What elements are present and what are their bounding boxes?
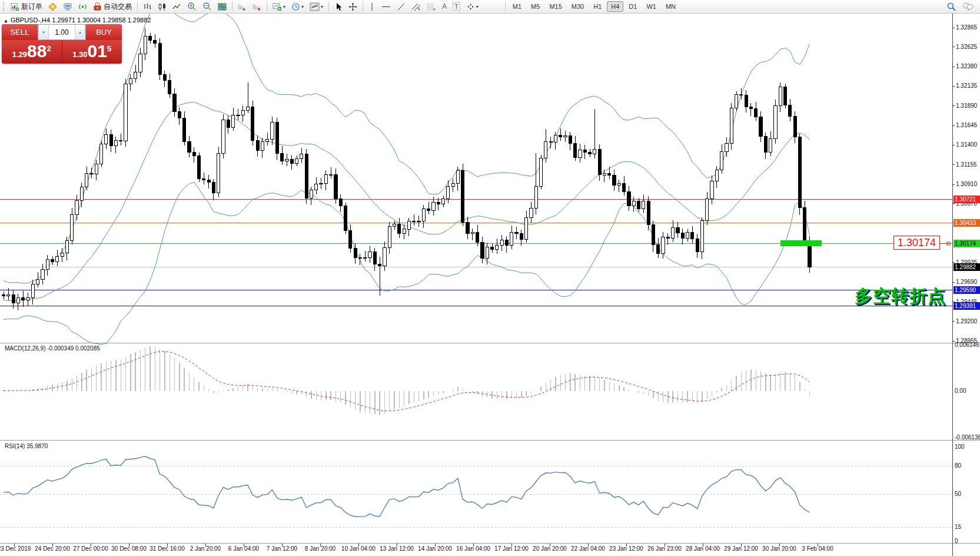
label-tool-button[interactable]: T xyxy=(450,0,463,13)
lot-decrease-button[interactable]: ▾ xyxy=(38,25,49,39)
autotrading-label: 自动交易 xyxy=(104,2,132,12)
trendline-icon xyxy=(397,2,406,11)
buy-button[interactable]: BUY xyxy=(86,24,122,40)
price-callout-box[interactable]: 1.30174 xyxy=(893,236,940,250)
search-icon xyxy=(946,2,956,12)
price-axis-tick: 1.32380 xyxy=(956,63,980,70)
price-axis-marker: 1.29882 xyxy=(954,263,980,271)
zoom-out-icon xyxy=(202,2,212,11)
indicators-icon xyxy=(310,2,320,11)
zoom-in-button[interactable] xyxy=(185,0,199,13)
new-order-label: 新订单 xyxy=(21,2,42,12)
sell-price-small: 1.29 xyxy=(12,50,27,59)
price-axis-tick: 1.32135 xyxy=(956,82,980,90)
signals-button[interactable] xyxy=(76,0,89,13)
chart-shift-icon xyxy=(253,2,261,11)
price-axis-tick: 1.32625 xyxy=(956,44,980,51)
rsi-axis-tick: 15 xyxy=(955,524,961,531)
rsi-axis-tick: 0 xyxy=(955,538,958,545)
chart-area[interactable]: ▲GBPUSD-,H4 1.29971 1.30004 1.29858 1.29… xyxy=(0,14,980,556)
auto-scroll-button[interactable] xyxy=(235,0,249,13)
timeframe-m1[interactable]: M1 xyxy=(509,1,526,12)
text-tool-button[interactable]: A xyxy=(440,0,449,13)
line-chart-icon xyxy=(172,2,181,11)
indicators-button[interactable]: ▾ xyxy=(307,0,325,13)
sell-button[interactable]: SELL xyxy=(2,24,38,40)
new-order-button[interactable]: 新订单 xyxy=(8,0,45,13)
candlestick-chart-button[interactable] xyxy=(155,0,169,13)
mt4-window: 新订单 xyxy=(0,0,980,556)
auto-scroll-icon xyxy=(238,2,247,11)
toolbar-right-group xyxy=(944,0,976,13)
cursor-button[interactable] xyxy=(332,0,345,13)
trendline-button[interactable] xyxy=(394,0,408,13)
arrows-tool-button[interactable]: ▾ xyxy=(464,0,481,13)
bar-chart-icon xyxy=(143,2,152,11)
pivot-annotation[interactable]: 多空转折点 xyxy=(855,284,946,309)
toolbar-separator xyxy=(267,2,267,11)
rsi-label: RSI(14) 35.9870 xyxy=(5,443,48,449)
chart-canvas[interactable] xyxy=(0,14,980,556)
price-axis-tick: 1.31155 xyxy=(956,161,980,168)
virtual-hosting-button[interactable] xyxy=(61,0,75,13)
fibonacci-icon: F xyxy=(427,2,436,11)
horizontal-line-icon xyxy=(381,2,391,11)
toolbar-separator xyxy=(232,2,232,11)
timeframe-d1[interactable]: D1 xyxy=(624,1,641,12)
rsi-axis-tick: 100 xyxy=(955,444,965,451)
timeframe-w1[interactable]: W1 xyxy=(642,1,660,12)
zoom-out-button[interactable] xyxy=(200,0,214,13)
price-axis-tick: 1.31645 xyxy=(956,122,980,129)
chat-bubbles-icon xyxy=(962,2,974,11)
new-chart-icon xyxy=(273,2,282,11)
time-axis-label: 3 Feb 04:00 xyxy=(791,545,844,552)
timeframe-h1[interactable]: H1 xyxy=(589,1,606,12)
search-button[interactable] xyxy=(944,0,959,13)
chat-button[interactable] xyxy=(960,0,976,13)
chart-title-text: GBPUSD-,H4 1.29971 1.30004 1.29858 1.298… xyxy=(11,16,151,24)
new-order-icon xyxy=(11,2,19,11)
buy-price-big: 01 xyxy=(88,41,107,61)
timeframe-m5[interactable]: M5 xyxy=(527,1,544,12)
profiles-button[interactable]: ▾ xyxy=(289,0,306,13)
new-chart-button[interactable]: ▾ xyxy=(270,0,288,13)
rsi-axis-tick: 80 xyxy=(955,462,961,469)
price-axis-tick: 1.31890 xyxy=(956,102,980,110)
signals-icon xyxy=(78,2,87,11)
horizontal-line-button[interactable] xyxy=(379,0,393,13)
cursor-arrow-icon xyxy=(334,2,343,11)
line-chart-button[interactable] xyxy=(170,0,184,13)
autotrading-button[interactable]: 自动交易 xyxy=(91,0,134,13)
price-axis-tick: 1.30910 xyxy=(956,181,980,188)
history-center-button[interactable] xyxy=(46,0,59,13)
text-tool-icon: A xyxy=(442,2,447,11)
fibonacci-button[interactable]: F xyxy=(424,0,438,13)
svg-text:E: E xyxy=(418,7,420,11)
macd-axis-zero: 0.00 xyxy=(955,388,966,395)
lot-increase-button[interactable]: ▴ xyxy=(75,25,85,39)
channel-button[interactable]: E xyxy=(409,0,423,13)
price-axis-marker: 1.30433 xyxy=(954,219,980,227)
arrows-tool-icon xyxy=(466,2,475,11)
vertical-line-button[interactable] xyxy=(366,0,378,13)
macd-axis-min: -0.006138 xyxy=(955,434,980,441)
collapse-arrow-icon[interactable]: ▲ xyxy=(4,18,8,24)
macd-label: MACD(12,26,9) -0.000349 0.002085 xyxy=(5,345,100,352)
svg-text:F: F xyxy=(433,8,436,11)
toolbar-separator xyxy=(363,2,363,11)
sell-price-display[interactable]: 1.29882 xyxy=(2,40,62,64)
lot-size-control: ▾ ▴ xyxy=(38,24,86,40)
tile-windows-icon xyxy=(218,2,227,11)
crosshair-button[interactable] xyxy=(346,0,360,13)
chart-shift-button[interactable] xyxy=(250,0,264,13)
bar-chart-button[interactable] xyxy=(141,0,154,13)
price-axis-marker: 1.30721 xyxy=(954,196,980,203)
macd-axis-max: 0.006146 xyxy=(955,342,979,349)
timeframe-h4[interactable]: H4 xyxy=(607,1,623,12)
lot-size-input[interactable] xyxy=(49,25,75,39)
timeframe-m15[interactable]: M15 xyxy=(545,1,566,12)
tile-windows-button[interactable] xyxy=(215,0,229,13)
buy-price-display[interactable]: 1.30015 xyxy=(62,40,122,64)
timeframe-mn[interactable]: MN xyxy=(662,1,680,12)
timeframe-m30[interactable]: M30 xyxy=(567,1,588,12)
